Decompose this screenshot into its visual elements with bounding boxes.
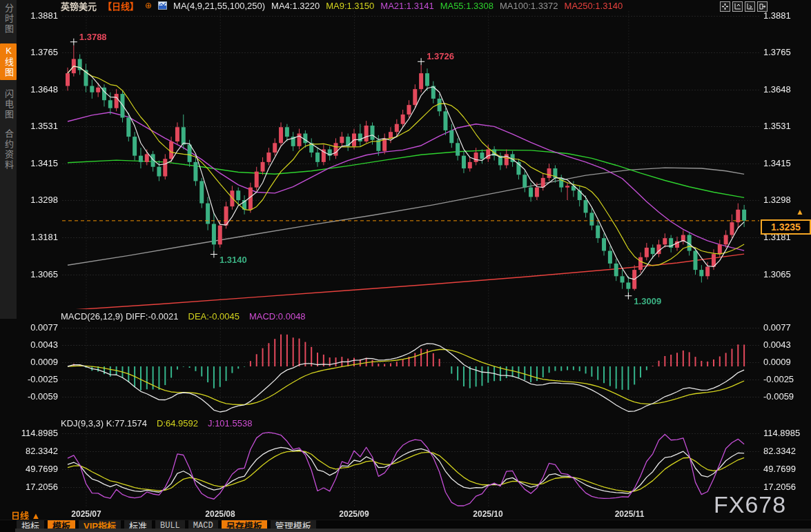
ma9-value: MA9:1.3150 — [326, 1, 374, 11]
ma4-value: MA4:1.3220 — [271, 1, 320, 11]
ma21-value: MA21:1.3141 — [380, 1, 433, 11]
macd-pane-header: MACD(26,12,9) DIFF:-0.0021 DEA:-0.0045 M… — [61, 311, 306, 322]
chart-header: 英镑美元 【日线】 ⊕ MA(4,9,21,55,100,250) MA4:1.… — [61, 0, 623, 11]
crosshair-icon[interactable] — [720, 1, 730, 12]
axis-expand-right-icon[interactable] — [745, 1, 755, 12]
sidebar-item-contract-info[interactable]: 合约资料 — [0, 129, 17, 170]
chart-toolbar — [720, 1, 768, 12]
ma250-value: MA250:1.3140 — [565, 1, 623, 11]
settings-circle-icon[interactable]: ⊕ — [145, 1, 152, 10]
axis-expand-left-icon[interactable] — [732, 1, 743, 12]
kdj-d-value: D:64.9592 — [157, 418, 198, 428]
kdj-pane-header: KDJ(9,3,3) K:77.1574 D:64.9592 J:101.553… — [61, 418, 252, 428]
last-price-tag: 1.3235 — [761, 219, 811, 235]
sidebar-item-flash-chart[interactable]: 闪电图 — [0, 89, 17, 120]
period-tag: 【日线】 — [103, 0, 139, 12]
candlestick-chart-canvas[interactable] — [0, 0, 811, 532]
sidebar-item-time-chart[interactable]: 分时图 — [0, 3, 17, 35]
ma55-value: MA55:1.3308 — [440, 1, 494, 11]
detach-window-icon[interactable] — [757, 1, 768, 12]
x-axis-label: 2025/11 — [615, 509, 645, 519]
symbol-name: 英镑美元 — [61, 0, 97, 12]
sidebar-item-kline-chart[interactable]: K线图 — [0, 43, 17, 80]
price-marker-arrow-icon: ▲ — [796, 207, 804, 217]
kdj-j-value: J:101.5538 — [208, 418, 252, 428]
horizontal-scrollbar[interactable] — [15, 529, 811, 532]
kdj-k-value: KDJ(9,3,3) K:77.1574 — [61, 418, 147, 428]
left-view-switcher: 分时图 K线图 闪电图 合约资料 — [0, 0, 17, 319]
macd-bar-value: MACD:0.0048 — [249, 311, 306, 322]
x-axis-label: 2025/09 — [339, 509, 369, 519]
x-axis-label: 2025/08 — [205, 509, 235, 519]
trading-app-window: 分时图 K线图 闪电图 合约资料 英镑美元 【日线】 ⊕ MA(4,9,21,5… — [0, 0, 811, 532]
ma-chart-icon[interactable] — [158, 1, 167, 10]
x-axis-label: 2025/10 — [473, 509, 502, 519]
macd-dea-value: DEA:-0.0045 — [188, 311, 240, 322]
x-axis-label: 2025/07 — [71, 509, 101, 519]
ma-group-label: MA(4,9,21,55,100,250) — [173, 1, 265, 11]
ma100-value: MA100:1.3372 — [500, 1, 558, 11]
fx678-watermark: FX678 — [714, 491, 786, 518]
macd-diff-value: MACD(26,12,9) DIFF:-0.0021 — [61, 311, 179, 322]
